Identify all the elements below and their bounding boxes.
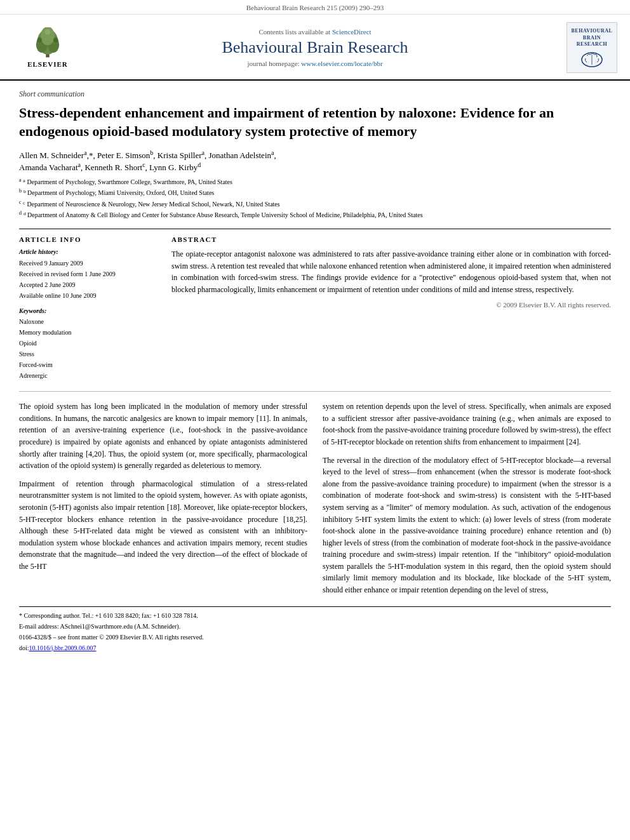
article-info-heading: ARTICLE INFO <box>19 236 159 243</box>
history-dates: Received 9 January 2009 Received in revi… <box>19 258 159 301</box>
elsevier-text: ELSEVIER <box>27 60 68 68</box>
bbr-logo: BEHAVIOURAL BRAIN RESEARCH <box>566 22 617 73</box>
copyright-line: © 2009 Elsevier B.V. All rights reserved… <box>171 301 611 309</box>
keyword-6: Adrenergic <box>19 370 159 381</box>
received-date: Received 9 January 2009 <box>19 258 159 269</box>
header-left: ELSEVIER <box>13 27 83 68</box>
header-center: Contents lists available at ScienceDirec… <box>83 28 547 67</box>
keywords-label: Keywords: <box>19 307 159 314</box>
keyword-3: Opioid <box>19 338 159 349</box>
keyword-2: Memory modulation <box>19 327 159 338</box>
doi-line: doi:10.1016/j.bbr.2009.06.007 <box>19 643 611 653</box>
keyword-1: Naloxone <box>19 316 159 327</box>
page-wrapper: Behavioural Brain Research 215 (2009) 29… <box>0 0 630 840</box>
authors: Allen M. Schneidera,*, Peter E. Simsonb,… <box>19 149 611 173</box>
body-divider <box>19 391 611 392</box>
affiliation-b: b ᵇ Department of Psychology, Miami Univ… <box>19 187 611 197</box>
body-columns: The opioid system has long been implicat… <box>19 401 611 596</box>
citation-text: Behavioural Brain Research 215 (2009) 29… <box>246 4 384 11</box>
accepted-date: Accepted 2 June 2009 <box>19 279 159 290</box>
affiliations: a ᵃ Department of Psychology, Swarthmore… <box>19 177 611 220</box>
sciencedirect-prefix: Contents lists available at <box>258 28 330 36</box>
article-content: Short communication Stress-dependent enh… <box>0 81 630 667</box>
corresponding-author: * Corresponding author. Tel.: +1 610 328… <box>19 611 611 620</box>
abstract-column: ABSTRACT The opiate-receptor antagonist … <box>171 236 611 381</box>
journal-homepage: journal homepage: www.elsevier.com/locat… <box>83 60 547 67</box>
body-col-left: The opioid system has long been implicat… <box>19 401 307 596</box>
brain-icon <box>579 48 605 67</box>
homepage-link[interactable]: www.elsevier.com/locate/bbr <box>301 60 382 67</box>
journal-header: ELSEVIER Contents lists available at Sci… <box>0 15 630 81</box>
footnotes-area: * Corresponding author. Tel.: +1 610 328… <box>19 606 611 653</box>
available-date: Available online 10 June 2009 <box>19 290 159 301</box>
body-para-3: system on retention depends upon the lev… <box>323 401 611 448</box>
abstract-heading: ABSTRACT <box>171 236 611 243</box>
svg-point-5 <box>37 37 42 42</box>
homepage-label: journal homepage: <box>247 60 299 67</box>
email-address: E-mail address: ASchnei1@Swarthmore.edu … <box>19 622 611 631</box>
section-divider <box>19 229 611 229</box>
journal-title: Behavioural Brain Research <box>83 38 547 57</box>
keyword-4: Stress <box>19 349 159 359</box>
received-revised-date: Received in revised form 1 June 2009 <box>19 269 159 279</box>
keyword-5: Forced-swim <box>19 359 159 370</box>
section-type: Short communication <box>19 90 611 99</box>
elsevier-tree-icon <box>29 27 67 59</box>
doi-link[interactable]: 10.1016/j.bbr.2009.06.007 <box>29 644 97 651</box>
body-para-4: The reversal in the direction of the mod… <box>323 455 611 596</box>
affiliation-c: c ᶜ Department of Neuroscience & Neurolo… <box>19 199 611 209</box>
article-title: Stress-dependent enhancement and impairm… <box>19 104 611 140</box>
affiliation-d: d ᵈ Department of Anatomy & Cell Biology… <box>19 210 611 220</box>
issn-line: 0166-4328/$ – see front matter © 2009 El… <box>19 632 611 642</box>
bbr-line1: BEHAVIOURAL <box>572 28 613 34</box>
history-label: Article history: <box>19 248 159 255</box>
article-info-abstract: ARTICLE INFO Article history: Received 9… <box>19 236 611 381</box>
citation-bar: Behavioural Brain Research 215 (2009) 29… <box>0 0 630 15</box>
bbr-line3: RESEARCH <box>577 41 607 48</box>
svg-point-6 <box>53 37 58 42</box>
bbr-line2: BRAIN <box>583 35 601 41</box>
elsevier-logo: ELSEVIER <box>27 27 68 68</box>
keywords-list: Naloxone Memory modulation Opioid Stress… <box>19 316 159 381</box>
header-right: BEHAVIOURAL BRAIN RESEARCH <box>547 22 617 73</box>
affiliation-a: a ᵃ Department of Psychology, Swarthmore… <box>19 177 611 187</box>
body-para-1: The opioid system has long been implicat… <box>19 401 307 472</box>
svg-point-7 <box>44 29 50 35</box>
body-para-2: Impairment of retention through pharmaco… <box>19 478 307 573</box>
abstract-text: The opiate-receptor antagonist naloxone … <box>171 248 611 295</box>
article-info-column: ARTICLE INFO Article history: Received 9… <box>19 236 159 381</box>
sciencedirect-link[interactable]: ScienceDirect <box>332 28 372 36</box>
body-col-right: system on retention depends upon the lev… <box>323 401 611 596</box>
sciencedirect-line: Contents lists available at ScienceDirec… <box>83 28 547 36</box>
